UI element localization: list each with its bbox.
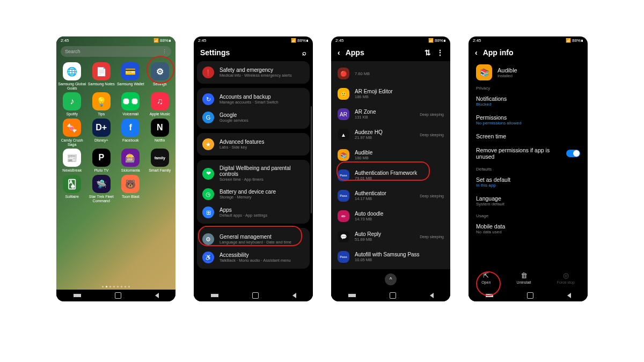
settings-row[interactable]: ★Advanced featuresLabs · Side key [197, 135, 310, 153]
row-notifications[interactable]: Notifications Blocked [469, 92, 588, 110]
row-screen-time[interactable]: Screen time [469, 129, 588, 143]
toggle-remove-permissions[interactable] [566, 150, 580, 157]
app-icon: 🎰 [121, 149, 140, 167]
settings-row[interactable]: ❗Safety and emergencyMedical info · Wire… [197, 63, 310, 82]
back-button[interactable] [567, 293, 571, 298]
app-item[interactable]: ⚙Settings [145, 62, 174, 90]
app-icon: N [151, 119, 169, 137]
uninstall-button[interactable]: 🗑 Uninstall [517, 271, 531, 284]
nav-bar [56, 290, 175, 301]
app-item[interactable]: PPluto TV [87, 149, 116, 173]
row-sub: Labs · Side key [219, 145, 304, 150]
row-sub: Medical info · Wireless emergency alerts [219, 73, 304, 78]
app-item[interactable]: 🛸Star Trek Fleet Command [87, 175, 116, 203]
app-item[interactable]: D+Disney+ [87, 119, 116, 146]
settings-row[interactable]: ⚙General managementLanguage and keyboard… [197, 230, 310, 248]
home-button[interactable] [115, 292, 121, 299]
row-status: Deep sleeping [420, 235, 444, 239]
app-list-row[interactable]: PassAuthentication Framework79.01 MB [331, 165, 450, 186]
app-label: Toon Blast [122, 195, 140, 199]
app-item[interactable]: ♫Apple Music [145, 92, 174, 116]
app-list-row[interactable]: 🙂AR Emoji Editor186 MB [331, 84, 450, 104]
settings-row[interactable]: ◷Battery and device careStorage · Memory [197, 185, 310, 203]
settings-list: ❗Safety and emergencyMedical info · Wire… [194, 61, 313, 273]
row-set-default[interactable]: Set as default In this app [469, 173, 588, 191]
status-icons: 📶 88%∎ [291, 38, 309, 43]
app-list-row[interactable]: ▲Audeze HQ21.97 MBDeep sleeping [331, 124, 450, 145]
open-button[interactable]: ⇱ Open [481, 271, 491, 284]
settings-row[interactable]: ↻Accounts and backupManage accounts · Sm… [197, 90, 310, 108]
app-item[interactable]: fFacebook [116, 119, 145, 146]
app-list-row[interactable]: ✏Auto doodle14.73 MB [331, 206, 450, 226]
row-title: Authentication Framework [355, 170, 444, 176]
back-button[interactable] [292, 293, 296, 298]
home-button[interactable] [527, 292, 533, 299]
app-item[interactable]: 📰NewsBreak [57, 149, 86, 173]
recent-apps-button[interactable] [348, 294, 356, 297]
status-icons: 📶 88%∎ [428, 38, 446, 43]
app-item[interactable]: NNetflix [145, 119, 174, 146]
row-remove-permissions[interactable]: Remove permissions if app is unused [469, 143, 588, 164]
app-list-row[interactable]: PassAuthenticator14.17 MBDeep sleeping [331, 186, 450, 206]
row-sub: 131 KB [355, 115, 414, 120]
app-item[interactable]: 💡Tips [87, 92, 116, 116]
app-list-row[interactable]: PassAutofill with Samsung Pass10.05 MB [331, 247, 450, 267]
more-icon[interactable]: ⋮ [162, 49, 167, 54]
app-icon: ⚙ [151, 62, 169, 80]
recent-apps-button[interactable] [486, 294, 493, 297]
app-label: Pluto TV [94, 168, 108, 173]
more-icon[interactable]: ⋮ [436, 48, 444, 57]
app-item[interactable]: 📄Samsung Notes [87, 62, 116, 90]
app-item[interactable]: 🍬Candy Crush Saga [57, 119, 86, 146]
settings-row[interactable]: ⊞AppsDefault apps · App settings [197, 203, 310, 221]
settings-row[interactable]: GGoogleGoogle services [197, 108, 310, 127]
app-list-row[interactable]: 📚Audible180 MB [331, 145, 450, 165]
app-item[interactable]: familySmart Family [145, 149, 174, 173]
app-icon: Pass [338, 190, 349, 202]
row-language[interactable]: Language System default [469, 191, 588, 210]
recent-apps-button[interactable] [74, 294, 81, 297]
app-item[interactable]: 🌐Samsung Global Goals [57, 62, 86, 90]
app-item[interactable]: 🎰Slotomania [116, 149, 145, 173]
app-item[interactable]: ⏺⏺Voicemail [116, 92, 145, 116]
back-button[interactable] [155, 293, 159, 298]
app-label: Samsung Wallet [117, 82, 144, 86]
app-label: Facebook [122, 138, 139, 143]
scroll-to-top-button[interactable]: ^ [385, 274, 397, 285]
back-button[interactable] [430, 293, 434, 298]
settings-row[interactable]: ♿AccessibilityTalkBack · Mono audio · As… [197, 248, 310, 267]
app-label: Candy Crush Saga [57, 138, 86, 146]
row-title: Battery and device care [219, 189, 304, 195]
app-item[interactable]: 🂡Solitaire [57, 175, 86, 203]
app-list-row[interactable]: ARAR Zone131 KBDeep sleeping [331, 104, 450, 124]
row-sub: Screen time · App timers [219, 177, 304, 182]
search-icon[interactable]: ⌕ [302, 49, 306, 57]
app-label: Disney+ [94, 138, 108, 143]
page-indicator [56, 286, 175, 287]
app-list-row[interactable]: 🔴7.60 MB [331, 63, 450, 84]
search-input[interactable]: Search ⋮ [61, 46, 171, 57]
row-title: Audeze HQ [355, 129, 414, 135]
row-permissions[interactable]: Permissions No permissions allowed [469, 110, 588, 129]
home-button[interactable] [390, 292, 396, 299]
back-icon[interactable]: ‹ [338, 48, 340, 57]
scrollbar[interactable] [311, 106, 312, 213]
app-icon: 🛸 [92, 175, 111, 193]
row-sub: Google services [219, 118, 304, 123]
app-list-row[interactable]: 💬Auto Reply51.69 MBDeep sleeping [331, 226, 450, 247]
back-icon[interactable]: ‹ [475, 48, 478, 57]
force-stop-button[interactable]: ◎ Force stop [557, 271, 575, 284]
row-sub: 79.01 MB [355, 176, 444, 181]
app-item[interactable]: 🐻Toon Blast [116, 175, 145, 203]
app-label: Voicemail [122, 112, 138, 116]
status-bar: 2:45 📶 88%∎ [331, 36, 450, 44]
settings-row[interactable]: ❤Digital Wellbeing and parental controls… [197, 162, 310, 185]
recent-apps-button[interactable] [211, 294, 218, 297]
app-icon: P [92, 149, 111, 167]
app-icon: 🌐 [63, 62, 81, 80]
app-item[interactable]: 💳Samsung Wallet [116, 62, 145, 90]
sort-filter-icon[interactable]: ⇅ [425, 48, 431, 57]
home-button[interactable] [252, 292, 259, 299]
row-mobile-data[interactable]: Mobile data No data used [469, 219, 588, 238]
app-item[interactable]: ♪Spotify [57, 92, 86, 116]
